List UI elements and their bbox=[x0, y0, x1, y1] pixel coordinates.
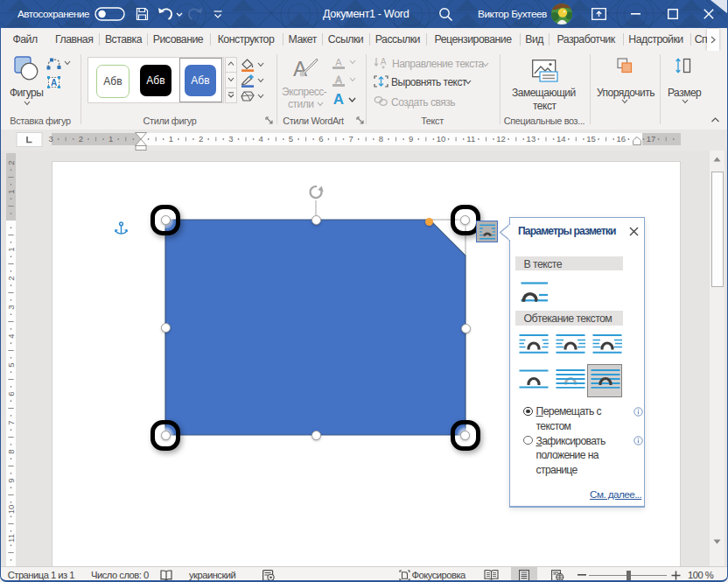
svg-text:4: 4 bbox=[259, 134, 263, 144]
svg-text:15: 15 bbox=[586, 134, 596, 144]
svg-text:8: 8 bbox=[379, 134, 383, 144]
svg-text:9: 9 bbox=[409, 134, 413, 144]
svg-text:14: 14 bbox=[556, 134, 566, 144]
svg-text:12: 12 bbox=[496, 134, 506, 144]
svg-text:11: 11 bbox=[466, 134, 475, 144]
svg-text:11: 11 bbox=[6, 534, 16, 543]
svg-text:7: 7 bbox=[348, 134, 353, 144]
svg-text:4: 4 bbox=[6, 333, 16, 338]
svg-text:1: 1 bbox=[169, 134, 173, 144]
svg-text:3: 3 bbox=[6, 305, 16, 309]
svg-text:A: A bbox=[293, 57, 307, 80]
svg-text:7: 7 bbox=[6, 420, 16, 424]
svg-text:8: 8 bbox=[6, 449, 16, 453]
svg-text:5: 5 bbox=[6, 362, 16, 367]
svg-text:10: 10 bbox=[437, 134, 446, 144]
svg-text:13: 13 bbox=[527, 134, 536, 144]
svg-text:A: A bbox=[51, 78, 57, 88]
svg-text:1: 1 bbox=[108, 134, 113, 144]
svg-text:A: A bbox=[335, 74, 342, 85]
svg-text:A: A bbox=[381, 57, 387, 67]
svg-text:5: 5 bbox=[289, 134, 293, 144]
svg-text:9: 9 bbox=[6, 478, 16, 482]
svg-text:16: 16 bbox=[617, 134, 626, 144]
svg-text:1: 1 bbox=[6, 189, 16, 193]
svg-text:3: 3 bbox=[228, 134, 233, 144]
svg-text:A: A bbox=[335, 57, 342, 67]
svg-text:6: 6 bbox=[318, 134, 323, 144]
svg-text:10: 10 bbox=[6, 505, 16, 515]
svg-text:17: 17 bbox=[647, 134, 656, 144]
svg-text:2: 2 bbox=[6, 160, 16, 165]
svg-text:6: 6 bbox=[6, 391, 16, 396]
svg-text:2: 2 bbox=[79, 134, 83, 144]
svg-text:1: 1 bbox=[6, 247, 16, 251]
svg-text:3: 3 bbox=[48, 134, 52, 144]
svg-text:A: A bbox=[333, 91, 344, 106]
svg-text:2: 2 bbox=[199, 134, 203, 144]
svg-text:2: 2 bbox=[6, 276, 16, 280]
